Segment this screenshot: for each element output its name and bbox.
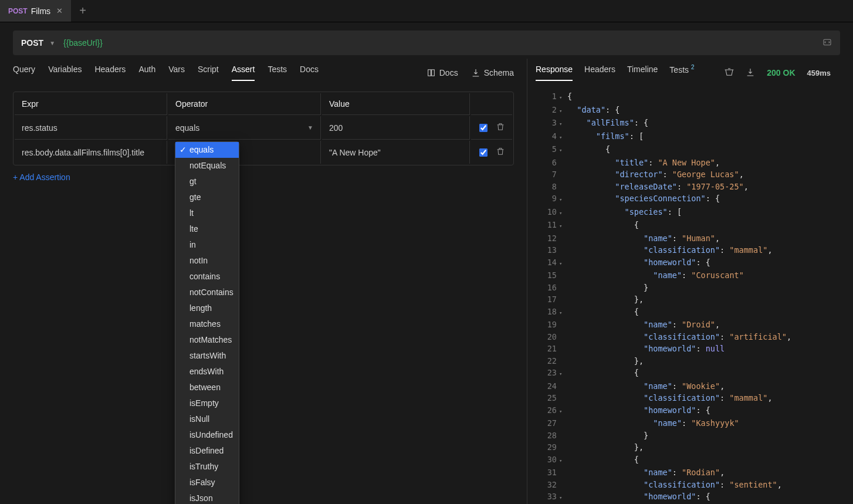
status-code: 200 OK: [767, 68, 795, 77]
fold-toggle-icon[interactable]: ▾: [559, 256, 567, 270]
code-line: 17 },: [536, 293, 842, 306]
code-line: 27 "name": "Kashyyyk": [536, 417, 842, 429]
code-line: 3▾ "allFilms": {: [536, 117, 842, 130]
tab-tests[interactable]: Tests 2: [669, 64, 694, 82]
tab-assert[interactable]: Assert: [232, 65, 255, 81]
fold-toggle-icon[interactable]: ▾: [559, 130, 567, 144]
code-line: 6 "title": "A New Hope",: [536, 157, 842, 169]
operator-option-startsWith[interactable]: startsWith: [175, 348, 239, 364]
fold-toggle-icon[interactable]: ▾: [559, 206, 567, 219]
operator-option-notEquals[interactable]: notEquals: [175, 158, 239, 174]
close-icon[interactable]: ✕: [56, 6, 63, 15]
operator-option-between[interactable]: between: [175, 380, 239, 395]
operator-option-matches[interactable]: matches: [175, 316, 239, 332]
assertion-expr[interactable]: res.body.data.allFilms.films[0].title: [15, 141, 167, 164]
tab-response[interactable]: Response: [536, 65, 573, 81]
fold-toggle-icon[interactable]: ▾: [559, 117, 567, 130]
col-value: Value: [322, 93, 470, 115]
operator-option-isFalsy[interactable]: isFalsy: [175, 475, 239, 491]
col-operator: Operator: [168, 93, 321, 115]
code-line: 18▾ {: [536, 306, 842, 319]
tab-auth[interactable]: Auth: [138, 65, 155, 81]
assertion-expr[interactable]: res.status: [15, 116, 167, 140]
code-line: 8 "releaseDate": "1977-05-25",: [536, 181, 842, 193]
fold-toggle-icon: [559, 232, 567, 245]
download-response-icon[interactable]: [746, 67, 755, 79]
trash-icon[interactable]: [496, 147, 505, 158]
code-gen-icon[interactable]: [822, 38, 832, 49]
code-line: 13 "classification": "mammal",: [536, 244, 842, 256]
fold-toggle-icon[interactable]: ▾: [559, 306, 567, 319]
assertion-value[interactable]: 200: [322, 116, 470, 140]
tab-docs[interactable]: Docs: [300, 65, 319, 81]
new-tab-button[interactable]: +: [72, 0, 94, 22]
tab-variables[interactable]: Variables: [48, 65, 82, 81]
tab-query[interactable]: Query: [13, 65, 35, 81]
docs-link[interactable]: Docs: [426, 68, 458, 77]
assertion-enabled-checkbox[interactable]: [479, 148, 488, 157]
clear-response-icon[interactable]: [725, 67, 734, 79]
code-line: 15 "name": "Coruscant": [536, 269, 842, 282]
fold-toggle-icon: [559, 282, 567, 294]
code-line: 7 "director": "George Lucas",: [536, 168, 842, 181]
fold-toggle-icon[interactable]: ▾: [559, 454, 567, 467]
operator-option-isNull[interactable]: isNull: [175, 411, 239, 427]
fold-toggle-icon[interactable]: ▾: [559, 192, 567, 206]
assertion-enabled-checkbox[interactable]: [479, 124, 488, 132]
operator-option-isDefined[interactable]: isDefined: [175, 443, 239, 459]
method-select-value: POST: [21, 38, 43, 48]
tab-resp-headers[interactable]: Headers: [584, 65, 615, 81]
trash-icon[interactable]: [496, 122, 505, 133]
url-input[interactable]: {{baseUrl}}: [63, 38, 822, 48]
schema-link[interactable]: Schema: [471, 68, 514, 77]
assertion-row: res.statusequals▼200: [15, 116, 512, 140]
assertion-value[interactable]: "A New Hope": [322, 141, 470, 164]
fold-toggle-icon[interactable]: ▾: [559, 367, 567, 380]
fold-toggle-icon[interactable]: ▾: [559, 219, 567, 232]
chevron-down-icon: ▼: [49, 40, 55, 46]
fold-toggle-icon[interactable]: ▾: [559, 90, 567, 104]
request-pane: QueryVariablesHeadersAuthVarsScriptAsser…: [0, 59, 527, 504]
operator-option-lt[interactable]: lt: [175, 205, 239, 221]
table-header-row: Expr Operator Value: [15, 93, 512, 115]
tab-script[interactable]: Script: [198, 65, 219, 81]
operator-option-notContains[interactable]: notContains: [175, 285, 239, 300]
fold-toggle-icon[interactable]: ▾: [559, 404, 567, 418]
operator-option-endsWith[interactable]: endsWith: [175, 364, 239, 380]
operator-option-notMatches[interactable]: notMatches: [175, 332, 239, 348]
tab-tests[interactable]: Tests: [268, 65, 287, 81]
schema-link-label: Schema: [484, 68, 514, 77]
fold-toggle-icon[interactable]: ▾: [559, 491, 567, 504]
tab-timeline[interactable]: Timeline: [627, 65, 658, 81]
code-line: 10▾ "species": [: [536, 206, 842, 219]
operator-option-contains[interactable]: contains: [175, 269, 239, 285]
operator-option-lte[interactable]: lte: [175, 221, 239, 237]
operator-option-isJson[interactable]: isJson: [175, 491, 239, 504]
method-select[interactable]: POST ▼: [21, 38, 55, 48]
operator-option-notIn[interactable]: notIn: [175, 253, 239, 269]
operator-option-isUndefined[interactable]: isUndefined: [175, 427, 239, 443]
chevron-down-icon: ▼: [307, 124, 313, 131]
operator-option-length[interactable]: length: [175, 300, 239, 316]
window-tabbar: POST Films ✕ +: [0, 0, 853, 22]
tab-vars[interactable]: Vars: [168, 65, 185, 81]
fold-toggle-icon[interactable]: ▾: [559, 143, 567, 157]
code-line: 20 "classification": "artificial",: [536, 331, 842, 343]
code-line: 22 },: [536, 355, 842, 367]
code-line: 31 "name": "Rodian",: [536, 466, 842, 479]
operator-option-gt[interactable]: gt: [175, 174, 239, 190]
fold-toggle-icon: [559, 417, 567, 429]
operator-option-gte[interactable]: gte: [175, 190, 239, 205]
operator-option-isEmpty[interactable]: isEmpty: [175, 395, 239, 411]
fold-toggle-icon[interactable]: ▾: [559, 104, 567, 117]
book-icon: [426, 68, 436, 77]
request-tab[interactable]: POST Films ✕: [0, 0, 72, 22]
fold-toggle-icon: [559, 441, 567, 454]
assertion-operator[interactable]: equals▼: [168, 116, 321, 140]
operator-option-in[interactable]: in: [175, 237, 239, 253]
operator-option-isTruthy[interactable]: isTruthy: [175, 459, 239, 475]
tab-headers[interactable]: Headers: [94, 65, 126, 81]
operator-option-equals[interactable]: equals: [175, 142, 239, 158]
add-assertion-button[interactable]: + Add Assertion: [13, 172, 514, 182]
response-body-json[interactable]: 1▾{2▾ "data": {3▾ "allFilms": {4▾ "films…: [536, 90, 842, 504]
